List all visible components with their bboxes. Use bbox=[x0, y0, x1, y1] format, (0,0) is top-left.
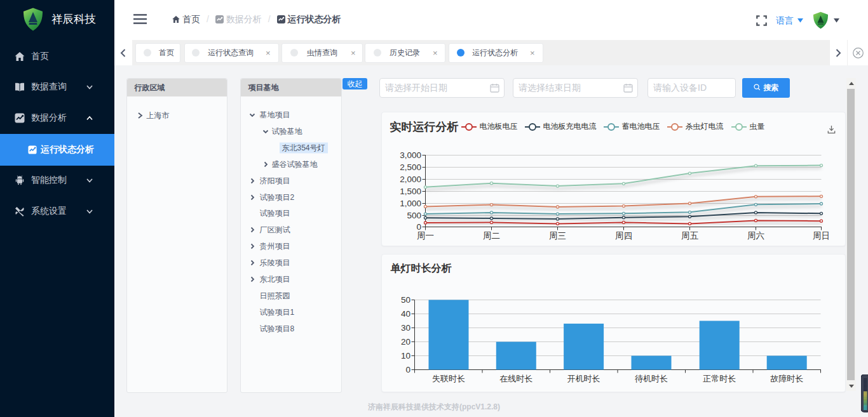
svg-text:500: 500 bbox=[407, 211, 421, 220]
svg-text:在线时长: 在线时长 bbox=[499, 373, 532, 383]
svg-text:20: 20 bbox=[400, 337, 410, 347]
svg-text:待机时长: 待机时长 bbox=[635, 373, 668, 383]
svg-text:周三: 周三 bbox=[549, 231, 566, 241]
svg-text:开机时长: 开机时长 bbox=[567, 373, 600, 383]
svg-text:1,000: 1,000 bbox=[400, 199, 421, 208]
svg-text:0: 0 bbox=[416, 222, 421, 232]
svg-text:30: 30 bbox=[400, 323, 410, 333]
svg-text:周六: 周六 bbox=[747, 231, 764, 241]
svg-text:周二: 周二 bbox=[483, 231, 500, 241]
svg-text:3,000: 3,000 bbox=[400, 150, 421, 160]
svg-text:周一: 周一 bbox=[417, 231, 434, 241]
svg-text:周五: 周五 bbox=[681, 231, 699, 241]
svg-text:故障时长: 故障时长 bbox=[770, 373, 803, 383]
svg-text:周日: 周日 bbox=[813, 231, 830, 241]
svg-text:周四: 周四 bbox=[615, 231, 632, 241]
svg-text:0: 0 bbox=[405, 365, 410, 374]
svg-text:失联时长: 失联时长 bbox=[432, 373, 465, 383]
svg-text:10: 10 bbox=[400, 351, 410, 361]
svg-text:正常时长: 正常时长 bbox=[703, 373, 736, 383]
svg-text:2,500: 2,500 bbox=[400, 162, 421, 172]
svg-text:2,000: 2,000 bbox=[400, 175, 421, 184]
svg-text:40: 40 bbox=[400, 309, 410, 319]
svg-text:1,500: 1,500 bbox=[400, 187, 421, 196]
svg-text:50: 50 bbox=[400, 295, 410, 305]
